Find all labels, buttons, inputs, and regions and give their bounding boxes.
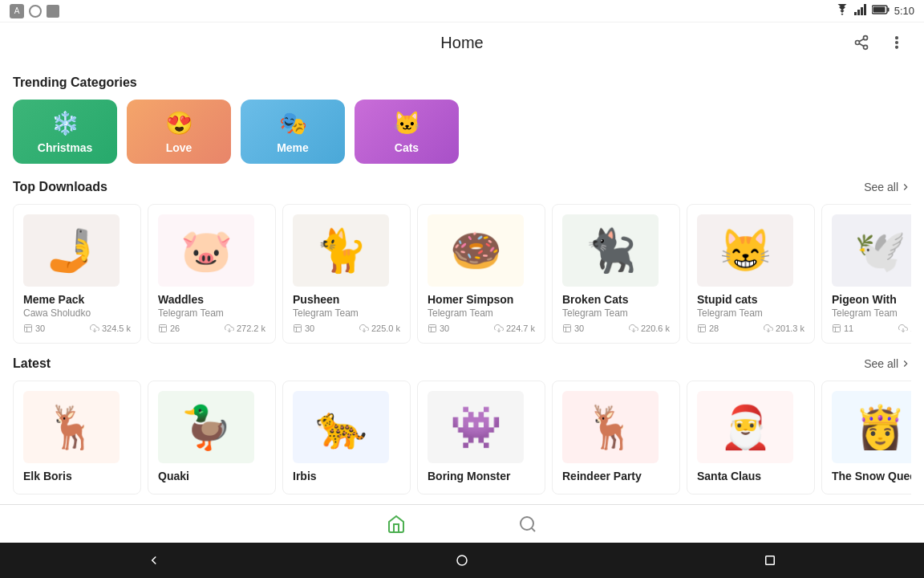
- menu-button[interactable]: [882, 28, 911, 57]
- latest-see-all[interactable]: See all: [864, 357, 911, 370]
- pack-reindeer-party[interactable]: 🦌 Reindeer Party: [552, 381, 680, 495]
- latest-section-header: Latest See all: [13, 356, 911, 371]
- trending-section-header: Trending Categories: [13, 75, 911, 90]
- svg-rect-39: [833, 325, 841, 332]
- pack-stupidcats-name: Stupid cats: [697, 293, 804, 306]
- category-cats[interactable]: 🐱 Cats: [355, 100, 459, 164]
- pack-irbis[interactable]: 🐆 Irbis: [282, 381, 411, 495]
- pack-meme-count: 30: [23, 324, 45, 333]
- android-recents-button[interactable]: [754, 544, 786, 576]
- category-christmas[interactable]: ❄️ Christmas: [13, 100, 117, 164]
- category-meme[interactable]: 🎭 Meme: [241, 100, 345, 164]
- status-bar: A 5:10: [0, 0, 924, 22]
- pack-waddles[interactable]: 🐷 Waddles Telegram Team 26 272.2 k: [148, 204, 276, 344]
- pack-boring-thumbnail: 👾: [428, 391, 524, 463]
- top-bar-actions: [847, 28, 911, 57]
- svg-point-45: [457, 556, 467, 565]
- svg-point-43: [521, 517, 533, 530]
- home-icon: [387, 515, 406, 534]
- pack-pigeon-thumbnail: 🕊️: [832, 214, 911, 287]
- pack-pusheen-count: 30: [293, 324, 314, 333]
- svg-point-7: [864, 36, 868, 40]
- android-back-button[interactable]: [138, 544, 170, 576]
- main-content: Trending Categories ❄️ Christmas 😍 Love …: [0, 63, 924, 504]
- time-display: 5:10: [894, 5, 914, 17]
- svg-rect-3: [864, 4, 866, 15]
- pack-meme-author: Cawa Sholudko: [23, 307, 131, 319]
- pack-waddles-downloads: 272.2 k: [225, 324, 265, 333]
- meme-icon: 🎭: [279, 110, 307, 136]
- category-love[interactable]: 😍 Love: [127, 100, 231, 164]
- android-home-button[interactable]: [446, 544, 478, 576]
- svg-rect-27: [429, 325, 436, 332]
- pack-pigeon-downloads: 175.7 k: [898, 324, 911, 333]
- pack-brokencats-downloads: 220.6 k: [629, 324, 670, 333]
- pack-meme-name: Meme Pack: [23, 293, 131, 306]
- android-nav: [0, 543, 924, 578]
- cats-label: Cats: [395, 141, 419, 154]
- pack-homer-simpson[interactable]: 🍩 Homer Simpson Telegram Team 30 224.7 k: [417, 204, 545, 344]
- meme-label: Meme: [277, 141, 309, 154]
- svg-rect-46: [766, 556, 775, 565]
- top-downloads-see-all[interactable]: See all: [864, 181, 911, 193]
- christmas-label: Christmas: [38, 141, 92, 154]
- pack-quaki-thumbnail: 🦆: [158, 391, 254, 463]
- latest-section-title: Latest: [13, 356, 51, 371]
- svg-point-14: [896, 47, 898, 49]
- signal-icon: [854, 4, 867, 18]
- cats-icon: 🐱: [393, 110, 421, 136]
- pack-snowqueen-thumbnail: 👸: [832, 391, 911, 463]
- pack-santa-claus[interactable]: 🎅 Santa Claus: [687, 381, 815, 495]
- notification-icon-a: A: [10, 4, 24, 18]
- pack-irbis-thumbnail: 🐆: [293, 391, 389, 463]
- pack-snowqueen-name: The Snow Queen: [832, 470, 911, 482]
- svg-point-9: [864, 45, 868, 49]
- pack-quaki[interactable]: 🦆 Quaki: [148, 381, 276, 495]
- pack-stupidcats-author: Telegram Team: [697, 307, 804, 319]
- svg-rect-1: [857, 10, 860, 15]
- svg-rect-19: [160, 325, 167, 332]
- pack-homer-thumbnail: 🍩: [428, 214, 524, 287]
- svg-point-8: [856, 41, 860, 45]
- pack-homer-author: Telegram Team: [428, 307, 535, 319]
- top-downloads-section-header: Top Downloads See all: [13, 180, 911, 194]
- pack-homer-name: Homer Simpson: [428, 293, 535, 306]
- pack-boring-monster[interactable]: 👾 Boring Monster: [417, 381, 545, 495]
- top-downloads-title: Top Downloads: [13, 180, 107, 194]
- svg-rect-35: [699, 325, 706, 332]
- pack-stupid-cats[interactable]: 😸 Stupid cats Telegram Team 28 201.3 k: [687, 204, 815, 344]
- pack-reindeer-name: Reindeer Party: [562, 470, 670, 482]
- pack-broken-cats[interactable]: 🐈‍⬛ Broken Cats Telegram Team 30 220.6 k: [552, 204, 680, 344]
- pack-brokencats-thumbnail: 🐈‍⬛: [562, 214, 659, 287]
- pack-quaki-name: Quaki: [158, 470, 265, 482]
- bottom-nav: [0, 504, 924, 543]
- svg-rect-0: [854, 12, 857, 15]
- pack-pigeon-author: Telegram Team: [832, 307, 911, 319]
- share-button[interactable]: [847, 28, 876, 57]
- pack-pigeon[interactable]: 🕊️ Pigeon With Telegram Team 11 175.7 k: [821, 204, 911, 344]
- pack-elk-thumbnail: 🦌: [23, 391, 120, 463]
- pack-meme-downloads: 324.5 k: [90, 324, 131, 333]
- search-icon: [518, 515, 537, 534]
- pack-pigeon-count: 11: [832, 324, 853, 333]
- pack-pusheen[interactable]: 🐈 Pusheen Telegram Team 30 225.0 k: [282, 204, 411, 344]
- pack-brokencats-count: 30: [562, 324, 584, 333]
- status-bar-left: A: [10, 4, 59, 18]
- love-label: Love: [166, 141, 192, 154]
- pack-pigeon-name: Pigeon With: [832, 293, 911, 306]
- nav-home[interactable]: [379, 507, 414, 542]
- wifi-icon: [835, 4, 849, 18]
- pack-brokencats-meta: 30 220.6 k: [562, 324, 670, 333]
- nav-search[interactable]: [510, 507, 545, 542]
- latest-row: 🦌 Elk Boris 🦆 Quaki 🐆 Irbis 👾 Boring Mon…: [13, 381, 911, 495]
- pack-meme-thumbnail: 🤳: [23, 214, 120, 287]
- pack-irbis-name: Irbis: [293, 470, 400, 482]
- pack-waddles-thumbnail: 🐷: [158, 214, 254, 287]
- pack-stupidcats-downloads: 201.3 k: [764, 324, 804, 333]
- pack-homer-count: 30: [428, 324, 449, 333]
- pack-snow-queen[interactable]: 👸 The Snow Queen: [821, 381, 911, 495]
- top-downloads-row: 🤳 Meme Pack Cawa Sholudko 30 324.5 k 🐷 W…: [13, 204, 911, 344]
- pack-elk-boris[interactable]: 🦌 Elk Boris: [13, 381, 141, 495]
- pack-waddles-count: 26: [158, 324, 180, 333]
- pack-meme-pack[interactable]: 🤳 Meme Pack Cawa Sholudko 30 324.5 k: [13, 204, 141, 344]
